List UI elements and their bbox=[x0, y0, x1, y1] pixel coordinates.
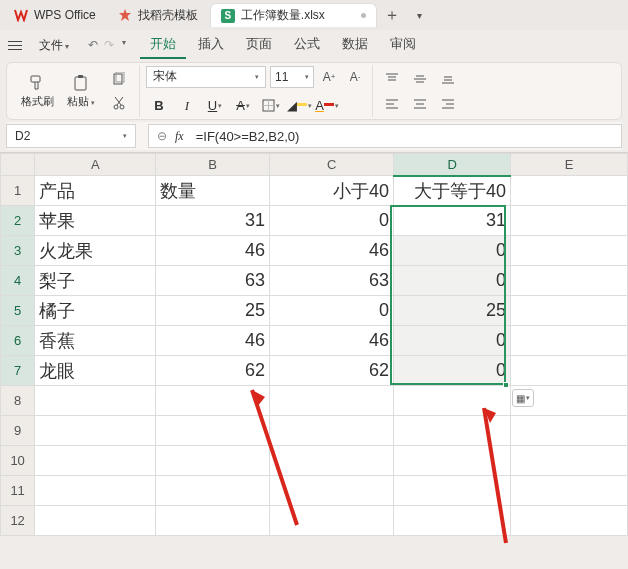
zoom-out-icon[interactable]: ⊖ bbox=[157, 129, 167, 143]
formula-input[interactable]: =IF(40>=B2,B2,0) bbox=[192, 129, 613, 144]
cell[interactable] bbox=[511, 206, 628, 236]
cell[interactable] bbox=[156, 446, 270, 476]
borders-button[interactable]: ▾ bbox=[258, 95, 284, 117]
cell[interactable]: 46 bbox=[270, 326, 394, 356]
cell[interactable] bbox=[511, 446, 628, 476]
cell[interactable]: 小于40 bbox=[270, 176, 394, 206]
cell[interactable]: 46 bbox=[156, 236, 270, 266]
cell[interactable]: 46 bbox=[156, 326, 270, 356]
cell[interactable]: 0 bbox=[270, 206, 394, 236]
cell[interactable] bbox=[35, 416, 156, 446]
cell[interactable] bbox=[270, 476, 394, 506]
tab-menu-button[interactable]: ▾ bbox=[407, 10, 433, 21]
cell[interactable] bbox=[156, 506, 270, 536]
cell[interactable]: 31 bbox=[394, 206, 511, 236]
align-middle-button[interactable] bbox=[407, 68, 433, 90]
align-right-button[interactable] bbox=[435, 93, 461, 115]
paste-button[interactable]: 粘贴 ▾ bbox=[61, 73, 101, 109]
italic-button[interactable]: I bbox=[174, 95, 200, 117]
col-header-E[interactable]: E bbox=[511, 154, 628, 176]
copy-button[interactable] bbox=[105, 68, 133, 90]
row-header[interactable]: 10 bbox=[1, 446, 35, 476]
cell[interactable] bbox=[156, 386, 270, 416]
cell[interactable] bbox=[511, 356, 628, 386]
row-header[interactable]: 12 bbox=[1, 506, 35, 536]
tab-document[interactable]: S 工作簿数量.xlsx bbox=[210, 3, 377, 27]
col-header-A[interactable]: A bbox=[35, 154, 156, 176]
cell[interactable] bbox=[35, 506, 156, 536]
cell[interactable] bbox=[35, 476, 156, 506]
cell[interactable] bbox=[270, 416, 394, 446]
strike-button[interactable]: A▾ bbox=[230, 95, 256, 117]
tab-页面[interactable]: 页面 bbox=[236, 31, 282, 59]
row-header[interactable]: 8 bbox=[1, 386, 35, 416]
cell[interactable] bbox=[394, 506, 511, 536]
align-center-button[interactable] bbox=[407, 93, 433, 115]
cell[interactable]: 0 bbox=[394, 356, 511, 386]
col-header-D[interactable]: D bbox=[394, 154, 511, 176]
redo-icon[interactable]: ↷ bbox=[104, 38, 114, 52]
tab-templates[interactable]: 找稻壳模板 bbox=[108, 3, 208, 27]
row-header[interactable]: 3 bbox=[1, 236, 35, 266]
row-header[interactable]: 4 bbox=[1, 266, 35, 296]
cell[interactable] bbox=[270, 506, 394, 536]
cut-button[interactable] bbox=[105, 92, 133, 114]
align-bottom-button[interactable] bbox=[435, 68, 461, 90]
cell[interactable] bbox=[511, 416, 628, 446]
font-size-select[interactable]: 11▾ bbox=[270, 66, 314, 88]
align-top-button[interactable] bbox=[379, 68, 405, 90]
cell[interactable] bbox=[394, 416, 511, 446]
cell[interactable]: 62 bbox=[270, 356, 394, 386]
cell[interactable] bbox=[156, 416, 270, 446]
select-all-corner[interactable] bbox=[1, 154, 35, 176]
cell[interactable]: 产品 bbox=[35, 176, 156, 206]
cell[interactable] bbox=[511, 236, 628, 266]
row-header[interactable]: 2 bbox=[1, 206, 35, 236]
cell[interactable]: 0 bbox=[394, 236, 511, 266]
cell[interactable]: 梨子 bbox=[35, 266, 156, 296]
cell[interactable] bbox=[511, 326, 628, 356]
cell[interactable]: 25 bbox=[156, 296, 270, 326]
tab-公式[interactable]: 公式 bbox=[284, 31, 330, 59]
fill-handle[interactable] bbox=[503, 382, 509, 388]
cell[interactable]: 苹果 bbox=[35, 206, 156, 236]
fx-label[interactable]: fx bbox=[175, 129, 184, 144]
row-header[interactable]: 11 bbox=[1, 476, 35, 506]
cell[interactable]: 0 bbox=[394, 266, 511, 296]
cell[interactable] bbox=[156, 476, 270, 506]
cell[interactable]: 大于等于40 bbox=[394, 176, 511, 206]
cell[interactable]: 0 bbox=[394, 326, 511, 356]
fill-color-button[interactable]: ◢▾ bbox=[286, 95, 312, 117]
cell[interactable] bbox=[511, 176, 628, 206]
undo-icon[interactable]: ↶ bbox=[88, 38, 98, 52]
bold-button[interactable]: B bbox=[146, 95, 172, 117]
cell[interactable]: 46 bbox=[270, 236, 394, 266]
autofill-options-button[interactable]: ▦▾ bbox=[512, 389, 534, 407]
cell[interactable]: 0 bbox=[270, 296, 394, 326]
decrease-font-button[interactable]: A- bbox=[344, 66, 366, 88]
underline-button[interactable]: U▾ bbox=[202, 95, 228, 117]
cell[interactable]: 63 bbox=[156, 266, 270, 296]
cell[interactable]: 63 bbox=[270, 266, 394, 296]
row-header[interactable]: 9 bbox=[1, 416, 35, 446]
format-painter-button[interactable]: 格式刷 bbox=[17, 73, 57, 109]
chevron-down-icon[interactable]: ▾ bbox=[120, 38, 126, 52]
cell[interactable] bbox=[511, 266, 628, 296]
hamburger-icon[interactable] bbox=[4, 35, 26, 55]
row-header[interactable]: 7 bbox=[1, 356, 35, 386]
col-header-C[interactable]: C bbox=[270, 154, 394, 176]
cell[interactable]: 橘子 bbox=[35, 296, 156, 326]
tab-wps-home[interactable]: WPS Office bbox=[4, 3, 106, 27]
cell[interactable]: 31 bbox=[156, 206, 270, 236]
cell[interactable] bbox=[394, 386, 511, 416]
increase-font-button[interactable]: A+ bbox=[318, 66, 340, 88]
row-header[interactable]: 6 bbox=[1, 326, 35, 356]
font-name-select[interactable]: 宋体▾ bbox=[146, 66, 266, 88]
cell[interactable] bbox=[511, 506, 628, 536]
cell[interactable] bbox=[511, 476, 628, 506]
tab-开始[interactable]: 开始 bbox=[140, 31, 186, 59]
row-header[interactable]: 1 bbox=[1, 176, 35, 206]
cell[interactable]: 龙眼 bbox=[35, 356, 156, 386]
font-color-button[interactable]: A▾ bbox=[314, 95, 340, 117]
cell[interactable]: 香蕉 bbox=[35, 326, 156, 356]
